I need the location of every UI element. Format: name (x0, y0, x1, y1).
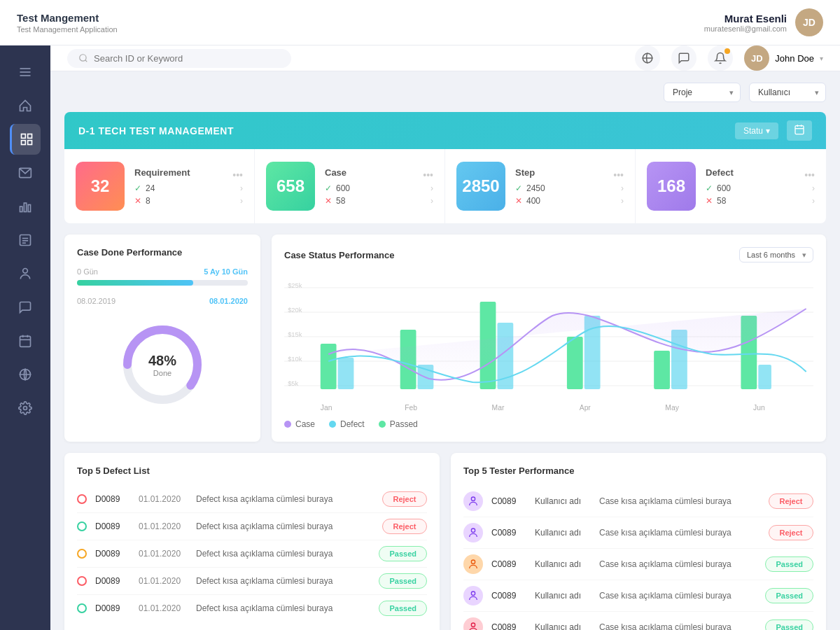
chart-title: Case Status Performance (284, 250, 395, 260)
legend-passed: Passed (379, 419, 418, 429)
sidebar-chart-icon[interactable] (10, 124, 41, 155)
arrow-right-icon[interactable]: › (430, 196, 433, 206)
bell-nav-icon[interactable] (708, 46, 733, 71)
defect-row: D0089 01.01.2020 Defect kısa açıklama cü… (77, 540, 427, 568)
arrow-right-icon[interactable]: › (812, 183, 815, 193)
stat-info: Defect ••• ✓ 600 › ✕ 58 › (706, 167, 815, 206)
time-filter[interactable]: Last 6 months (739, 247, 813, 262)
user-filter-wrapper[interactable]: Kullanıcı (749, 83, 826, 102)
sidebar-home-icon[interactable] (10, 90, 41, 121)
tester-desc: Case kısa açıklama cümlesi buraya (599, 528, 760, 538)
stat-pass-value: 600 (717, 183, 731, 193)
stat-label: Step (515, 167, 535, 178)
svg-text:Mar: Mar (492, 404, 505, 412)
tester-list-title: Top 5 Tester Performance (463, 465, 813, 476)
more-options-icon[interactable]: ••• (232, 169, 243, 181)
sidebar-list-icon[interactable] (10, 225, 41, 255)
sidebar-menu-icon[interactable] (10, 57, 41, 88)
tester-desc: Case kısa açıklama cümlesi buraya (599, 591, 757, 601)
stats-row: 32 Requirement ••• ✓ 24 › ✕ 8 › (64, 149, 826, 223)
stat-info: Requirement ••• ✓ 24 › ✕ 8 › (134, 167, 243, 206)
legend-passed-dot (379, 421, 386, 428)
start-label: 0 Gün (77, 267, 98, 276)
sidebar-bar-chart-icon[interactable] (10, 191, 41, 222)
bar-chart: $25k $20k $15k $10k $5k (284, 274, 813, 414)
project-filter[interactable]: Proje (664, 83, 741, 102)
main-layout: JD John Doe ▾ Proje Kullanıcı (0, 46, 840, 630)
svg-point-58 (471, 497, 475, 500)
arrow-right-icon[interactable]: › (621, 196, 624, 206)
sidebar-chat-icon[interactable] (10, 292, 41, 323)
stat-fail-row: ✕ 58 › (706, 196, 815, 206)
svg-text:Jun: Jun (753, 404, 765, 412)
case-done-title: Case Done Performance (77, 247, 248, 258)
chart-area: $25k $20k $15k $10k $5k (284, 274, 813, 414)
user-filter[interactable]: Kullanıcı (749, 83, 826, 102)
sidebar-globe-icon[interactable] (10, 359, 41, 390)
globe-nav-icon[interactable] (635, 46, 660, 71)
svg-rect-40 (321, 344, 337, 389)
defect-desc: Defect kısa açıklama cümlesi buraya (196, 522, 374, 531)
stat-detail: ✓ 2450 › ✕ 400 › (515, 183, 624, 206)
arrow-right-icon[interactable]: › (621, 183, 624, 193)
more-options-icon[interactable]: ••• (613, 169, 624, 181)
search-input[interactable] (94, 53, 276, 64)
tester-id: C0089 (491, 528, 526, 538)
calendar-button[interactable] (787, 120, 812, 141)
stat-detail: ✓ 600 › ✕ 58 › (706, 183, 815, 206)
sidebar-user-icon[interactable] (10, 258, 41, 289)
defect-date: 01.01.2020 (139, 576, 188, 586)
time-filter-wrapper[interactable]: Last 6 months (739, 247, 813, 262)
search-box[interactable] (67, 49, 291, 68)
stat-fail-row: ✕ 58 › (325, 196, 433, 206)
cross-icon: ✕ (134, 196, 141, 206)
more-options-icon[interactable]: ••• (423, 169, 433, 181)
main-content: JD John Doe ▾ Proje Kullanıcı (50, 46, 840, 630)
sidebar-mail-icon[interactable] (10, 158, 41, 188)
tester-status-badge: Passed (765, 556, 813, 572)
defect-status-dot (77, 522, 87, 531)
svg-rect-3 (21, 134, 25, 139)
defect-id: D0089 (95, 603, 130, 613)
sidebar-settings-icon[interactable] (10, 393, 41, 424)
project-filter-wrapper[interactable]: Proje (664, 83, 741, 102)
arrow-right-icon[interactable]: › (240, 183, 243, 193)
sidebar-calendar-icon[interactable] (10, 326, 41, 356)
svg-point-21 (24, 407, 27, 410)
svg-point-22 (80, 55, 86, 61)
progress-fill (77, 280, 193, 286)
stat-info: Case ••• ✓ 600 › ✕ 58 › (325, 167, 433, 206)
donut-text: 48% Done (148, 353, 176, 377)
status-button[interactable]: Statu ▾ (735, 122, 778, 139)
middle-row: Case Done Performance 0 Gün 5 Ay 10 Gün … (64, 234, 826, 442)
svg-rect-46 (567, 337, 583, 389)
check-icon: ✓ (706, 183, 713, 193)
arrow-right-icon[interactable]: › (240, 196, 243, 206)
more-options-icon[interactable]: ••• (804, 169, 815, 181)
svg-text:$20k: $20k (288, 307, 302, 314)
svg-rect-16 (20, 336, 31, 346)
donut-container: 48% Done (77, 319, 248, 410)
user-dropdown[interactable]: JD John Doe ▾ (744, 46, 823, 71)
stat-pass-row: ✓ 24 › (134, 183, 243, 193)
arrow-right-icon[interactable]: › (430, 183, 433, 193)
arrow-right-icon[interactable]: › (812, 196, 815, 206)
stat-number: 168 (647, 162, 696, 211)
svg-point-62 (471, 623, 475, 626)
defect-id: D0089 (95, 549, 130, 559)
svg-text:Apr: Apr (580, 404, 592, 412)
tester-id: C0089 (491, 496, 526, 506)
defect-desc: Defect kısa açıklama cümlesi buraya (196, 603, 370, 613)
svg-rect-4 (27, 134, 31, 139)
app-branding: Test Mangement Test Management Applicati… (17, 12, 118, 34)
tester-row: C0089 Kullanıcı adı Case kısa açıklama c… (463, 549, 813, 580)
tester-status-badge: Reject (769, 493, 813, 509)
defect-status-badge: Reject (382, 519, 427, 534)
svg-rect-51 (758, 365, 771, 389)
defect-id: D0089 (95, 576, 130, 586)
donut-label: Done (148, 369, 176, 377)
defect-status-badge: Passed (379, 601, 427, 616)
chat-nav-icon[interactable] (671, 46, 696, 71)
defect-desc: Defect kısa açıklama cümlesi buraya (196, 549, 370, 559)
search-icon (78, 53, 88, 63)
